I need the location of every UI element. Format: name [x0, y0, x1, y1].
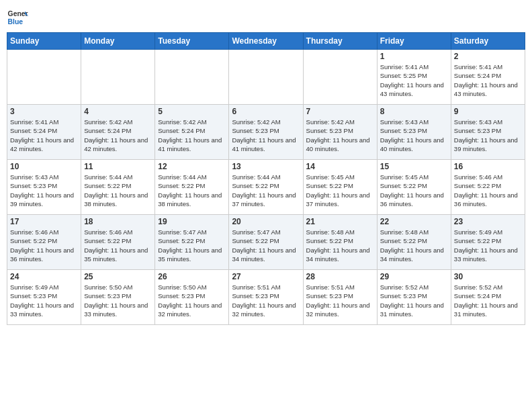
calendar-cell: 26Sunrise: 5:50 AM Sunset: 5:23 PM Dayli…	[155, 270, 229, 325]
calendar-cell: 24Sunrise: 5:49 AM Sunset: 5:23 PM Dayli…	[7, 270, 81, 325]
day-number: 14	[306, 162, 374, 171]
day-info: Sunrise: 5:52 AM Sunset: 5:23 PM Dayligh…	[380, 283, 448, 318]
calendar-week-row: 17Sunrise: 5:46 AM Sunset: 5:22 PM Dayli…	[7, 215, 525, 270]
calendar-cell: 2Sunrise: 5:41 AM Sunset: 5:24 PM Daylig…	[451, 50, 525, 105]
calendar-week-row: 10Sunrise: 5:43 AM Sunset: 5:23 PM Dayli…	[7, 160, 525, 215]
day-info: Sunrise: 5:42 AM Sunset: 5:24 PM Dayligh…	[158, 118, 226, 153]
day-number: 29	[380, 272, 448, 281]
day-info: Sunrise: 5:45 AM Sunset: 5:22 PM Dayligh…	[306, 173, 374, 208]
day-number: 5	[158, 107, 226, 116]
day-info: Sunrise: 5:41 AM Sunset: 5:25 PM Dayligh…	[380, 62, 448, 98]
day-info: Sunrise: 5:41 AM Sunset: 5:24 PM Dayligh…	[454, 62, 522, 98]
calendar-cell: 12Sunrise: 5:44 AM Sunset: 5:22 PM Dayli…	[155, 160, 229, 215]
day-info: Sunrise: 5:49 AM Sunset: 5:22 PM Dayligh…	[454, 228, 522, 263]
day-number: 3	[10, 107, 78, 116]
calendar-cell: 21Sunrise: 5:48 AM Sunset: 5:22 PM Dayli…	[303, 215, 377, 270]
day-number: 19	[158, 217, 226, 226]
day-info: Sunrise: 5:43 AM Sunset: 5:23 PM Dayligh…	[454, 118, 522, 153]
day-number: 30	[454, 272, 522, 281]
day-info: Sunrise: 5:51 AM Sunset: 5:23 PM Dayligh…	[232, 283, 300, 318]
day-info: Sunrise: 5:43 AM Sunset: 5:23 PM Dayligh…	[380, 118, 448, 153]
day-info: Sunrise: 5:44 AM Sunset: 5:22 PM Dayligh…	[232, 173, 300, 208]
day-info: Sunrise: 5:46 AM Sunset: 5:22 PM Dayligh…	[10, 228, 78, 263]
day-info: Sunrise: 5:47 AM Sunset: 5:22 PM Dayligh…	[158, 228, 226, 263]
day-number: 4	[84, 107, 152, 116]
day-number: 28	[306, 272, 374, 281]
day-info: Sunrise: 5:51 AM Sunset: 5:23 PM Dayligh…	[306, 283, 374, 318]
calendar-cell: 10Sunrise: 5:43 AM Sunset: 5:23 PM Dayli…	[7, 160, 81, 215]
day-info: Sunrise: 5:47 AM Sunset: 5:22 PM Dayligh…	[232, 228, 300, 263]
calendar-cell: 15Sunrise: 5:45 AM Sunset: 5:22 PM Dayli…	[377, 160, 451, 215]
calendar-cell: 13Sunrise: 5:44 AM Sunset: 5:22 PM Dayli…	[229, 160, 303, 215]
day-number: 10	[10, 162, 78, 171]
day-info: Sunrise: 5:42 AM Sunset: 5:23 PM Dayligh…	[306, 118, 374, 153]
calendar-cell: 17Sunrise: 5:46 AM Sunset: 5:22 PM Dayli…	[7, 215, 81, 270]
day-number: 12	[158, 162, 226, 171]
day-number: 22	[380, 217, 448, 226]
day-info: Sunrise: 5:46 AM Sunset: 5:22 PM Dayligh…	[454, 173, 522, 208]
calendar-cell: 8Sunrise: 5:43 AM Sunset: 5:23 PM Daylig…	[377, 105, 451, 160]
day-info: Sunrise: 5:49 AM Sunset: 5:23 PM Dayligh…	[10, 283, 78, 318]
day-number: 20	[232, 217, 300, 226]
calendar-table: SundayMondayTuesdayWednesdayThursdayFrid…	[7, 32, 525, 325]
calendar-week-row: 3Sunrise: 5:41 AM Sunset: 5:24 PM Daylig…	[7, 105, 525, 160]
logo-icon: General Blue	[7, 7, 28, 28]
calendar-cell: 23Sunrise: 5:49 AM Sunset: 5:22 PM Dayli…	[451, 215, 525, 270]
day-number: 13	[232, 162, 300, 171]
day-info: Sunrise: 5:45 AM Sunset: 5:22 PM Dayligh…	[380, 173, 448, 208]
calendar-cell: 1Sunrise: 5:41 AM Sunset: 5:25 PM Daylig…	[377, 50, 451, 105]
calendar-cell	[303, 50, 377, 105]
day-number: 2	[454, 52, 522, 61]
day-number: 24	[10, 272, 78, 281]
logo: General Blue	[7, 7, 28, 28]
day-number: 18	[84, 217, 152, 226]
calendar-cell: 25Sunrise: 5:50 AM Sunset: 5:23 PM Dayli…	[81, 270, 155, 325]
day-number: 8	[380, 107, 448, 116]
day-info: Sunrise: 5:42 AM Sunset: 5:24 PM Dayligh…	[84, 118, 152, 153]
day-info: Sunrise: 5:42 AM Sunset: 5:23 PM Dayligh…	[232, 118, 300, 153]
calendar-cell: 9Sunrise: 5:43 AM Sunset: 5:23 PM Daylig…	[451, 105, 525, 160]
weekday-header-sunday: Sunday	[7, 33, 81, 50]
svg-text:Blue: Blue	[8, 18, 24, 26]
calendar-cell: 4Sunrise: 5:42 AM Sunset: 5:24 PM Daylig…	[81, 105, 155, 160]
calendar-cell: 28Sunrise: 5:51 AM Sunset: 5:23 PM Dayli…	[303, 270, 377, 325]
calendar-cell: 16Sunrise: 5:46 AM Sunset: 5:22 PM Dayli…	[451, 160, 525, 215]
calendar-cell: 11Sunrise: 5:44 AM Sunset: 5:22 PM Dayli…	[81, 160, 155, 215]
day-number: 11	[84, 162, 152, 171]
calendar-cell: 14Sunrise: 5:45 AM Sunset: 5:22 PM Dayli…	[303, 160, 377, 215]
day-info: Sunrise: 5:46 AM Sunset: 5:22 PM Dayligh…	[84, 228, 152, 263]
calendar-cell: 22Sunrise: 5:48 AM Sunset: 5:22 PM Dayli…	[377, 215, 451, 270]
calendar-cell: 18Sunrise: 5:46 AM Sunset: 5:22 PM Dayli…	[81, 215, 155, 270]
day-number: 27	[232, 272, 300, 281]
calendar-cell	[229, 50, 303, 105]
calendar-cell: 7Sunrise: 5:42 AM Sunset: 5:23 PM Daylig…	[303, 105, 377, 160]
day-number: 15	[380, 162, 448, 171]
calendar-week-row: 24Sunrise: 5:49 AM Sunset: 5:23 PM Dayli…	[7, 270, 525, 325]
calendar-cell	[81, 50, 155, 105]
day-number: 9	[454, 107, 522, 116]
calendar-cell: 29Sunrise: 5:52 AM Sunset: 5:23 PM Dayli…	[377, 270, 451, 325]
calendar-cell	[155, 50, 229, 105]
day-info: Sunrise: 5:41 AM Sunset: 5:24 PM Dayligh…	[10, 118, 78, 153]
day-number: 7	[306, 107, 374, 116]
page-header: General Blue	[7, 7, 525, 28]
weekday-header-tuesday: Tuesday	[155, 33, 229, 50]
weekday-header-saturday: Saturday	[451, 33, 525, 50]
day-number: 1	[380, 52, 448, 61]
day-info: Sunrise: 5:50 AM Sunset: 5:23 PM Dayligh…	[158, 283, 226, 318]
day-info: Sunrise: 5:48 AM Sunset: 5:22 PM Dayligh…	[306, 228, 374, 263]
day-number: 21	[306, 217, 374, 226]
weekday-header-wednesday: Wednesday	[229, 33, 303, 50]
day-info: Sunrise: 5:43 AM Sunset: 5:23 PM Dayligh…	[10, 173, 78, 208]
weekday-header-row: SundayMondayTuesdayWednesdayThursdayFrid…	[7, 33, 525, 50]
calendar-cell: 20Sunrise: 5:47 AM Sunset: 5:22 PM Dayli…	[229, 215, 303, 270]
calendar-week-row: 1Sunrise: 5:41 AM Sunset: 5:25 PM Daylig…	[7, 50, 525, 105]
day-info: Sunrise: 5:52 AM Sunset: 5:24 PM Dayligh…	[454, 283, 522, 318]
day-number: 16	[454, 162, 522, 171]
day-number: 23	[454, 217, 522, 226]
calendar-cell: 3Sunrise: 5:41 AM Sunset: 5:24 PM Daylig…	[7, 105, 81, 160]
day-number: 25	[84, 272, 152, 281]
day-info: Sunrise: 5:50 AM Sunset: 5:23 PM Dayligh…	[84, 283, 152, 318]
day-number: 6	[232, 107, 300, 116]
calendar-cell: 5Sunrise: 5:42 AM Sunset: 5:24 PM Daylig…	[155, 105, 229, 160]
